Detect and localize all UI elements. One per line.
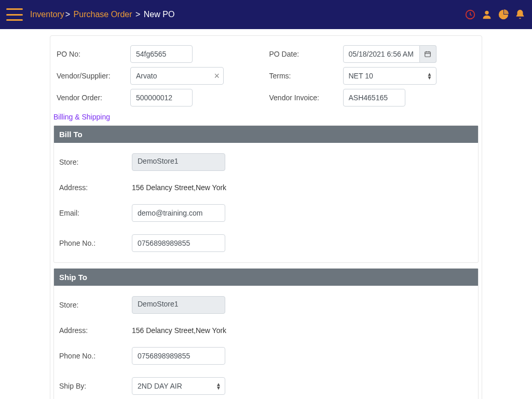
vendor-input[interactable]: [130, 67, 224, 85]
user-icon[interactable]: [481, 9, 493, 20]
terms-select[interactable]: NET 10: [343, 67, 436, 85]
breadcrumb-purchase-order[interactable]: Purchase Order: [74, 10, 132, 19]
navbar: Inventory> Purchase Order > New PO: [0, 0, 532, 29]
bill-phone-label: Phone No.:: [59, 239, 132, 247]
vendor-order-input[interactable]: [130, 89, 193, 107]
po-card: PO No: PO Date: Vendor/Supplier:: [50, 35, 482, 399]
bill-email-input[interactable]: [132, 204, 225, 222]
billing-shipping-link[interactable]: Billing & Shipping: [53, 113, 110, 121]
svg-rect-2: [425, 52, 431, 57]
po-no-label: PO No:: [53, 50, 130, 58]
terms-label: Terms:: [266, 72, 343, 80]
vendor-invoice-label: Vendor Invoice:: [266, 94, 343, 102]
bill-store-value: DemoStore1: [132, 153, 225, 171]
bill-email-label: Email:: [59, 209, 132, 217]
bill-to-panel: Bill To Store: DemoStore1 Address: 156 D…: [53, 125, 479, 263]
pie-chart-icon[interactable]: [498, 9, 509, 20]
ship-to-panel: Ship To Store: DemoStore1 Address: 156 D…: [53, 268, 479, 399]
svg-point-1: [485, 11, 488, 15]
ship-store-label: Store:: [59, 301, 132, 309]
po-date-input[interactable]: [343, 45, 420, 63]
bill-to-title: Bill To: [54, 126, 478, 143]
ship-to-title: Ship To: [54, 269, 478, 286]
breadcrumb-inventory[interactable]: Inventory: [30, 10, 64, 19]
po-date-label: PO Date:: [266, 50, 343, 58]
hamburger-menu-button[interactable]: [6, 8, 23, 21]
ship-store-value: DemoStore1: [132, 296, 225, 314]
bill-store-label: Store:: [59, 158, 132, 166]
bell-icon[interactable]: [514, 9, 526, 20]
vendor-invoice-input[interactable]: [343, 89, 405, 107]
ship-by-label: Ship By:: [59, 382, 132, 390]
po-no-input[interactable]: [130, 45, 193, 63]
ship-address-label: Address:: [59, 326, 132, 335]
breadcrumb-current: New PO: [144, 10, 175, 19]
ship-phone-label: Phone No.:: [59, 352, 132, 360]
calendar-icon: [424, 50, 431, 58]
bill-address-value: 156 Delancy Street,New York: [132, 183, 226, 192]
clock-icon[interactable]: [465, 9, 476, 20]
breadcrumb: Inventory> Purchase Order > New PO: [30, 10, 174, 19]
bill-phone-input[interactable]: [132, 234, 225, 252]
ship-phone-input[interactable]: [132, 347, 225, 365]
calendar-button[interactable]: [420, 45, 436, 63]
vendor-order-label: Vendor Order:: [53, 94, 130, 102]
ship-by-select[interactable]: 2ND DAY AIR: [132, 377, 225, 395]
bill-address-label: Address:: [59, 183, 132, 192]
vendor-clear-icon[interactable]: ×: [214, 71, 220, 81]
vendor-label: Vendor/Supplier:: [53, 72, 130, 80]
ship-address-value: 156 Delancy Street,New York: [132, 326, 226, 335]
